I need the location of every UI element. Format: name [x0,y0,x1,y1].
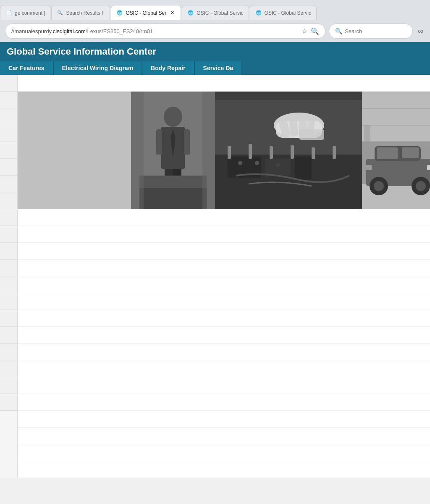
tab-5[interactable]: 🌐 GSIC - Global Servic [250,5,317,20]
nav-car-features[interactable]: Car Features [0,61,54,75]
tab-4-label: GSIC - Global Servic [197,10,243,16]
browser-chrome: 📄 ge comment | 🔍 Search Results f 🌐 GSIC… [0,0,430,42]
tab-1-label: ge comment | [15,10,45,16]
sidebar-row-14 [0,293,17,310]
site-title: Global Service Information Center [7,46,156,57]
address-bar: //manualespurdy.cisdigital.com/Lexus/ES3… [0,20,430,42]
mechanic-svg [131,92,215,209]
page-content: Global Service Information Center Car Fe… [0,42,430,478]
svg-rect-25 [295,157,312,180]
content-row-10 [18,360,430,377]
svg-rect-12 [202,92,215,209]
image-engine [215,92,362,209]
sidebar-row-16 [0,327,17,344]
tab-5-favicon: 🌐 [255,10,262,16]
svg-rect-31 [249,144,252,159]
nav-electrical-wiring[interactable]: Electrical Wiring Diagram [54,61,142,75]
sidebar-row-20 [0,394,17,411]
tab-3-active[interactable]: 🌐 GSIC - Global Ser ✕ [111,5,181,20]
url-text: //manualespurdy.cisdigital.com/Lexus/ES3… [11,28,298,34]
svg-rect-35 [333,146,336,159]
svg-rect-9 [139,176,207,188]
image-car-garage [362,92,430,209]
content-row-13 [18,411,430,428]
sidebar-row-18 [0,360,17,377]
svg-point-2 [164,107,182,127]
svg-rect-7 [156,129,162,155]
sidebar-row-3 [0,108,17,125]
content-row-5 [18,276,430,293]
sidebar-row-8 [0,192,17,209]
content-row-14 [18,428,430,444]
tab-5-label: GSIC - Global Servic [265,10,311,16]
svg-rect-46 [377,147,398,159]
svg-rect-34 [312,147,315,159]
content-row-15 [18,444,430,461]
tab-2-label: Search Results f [66,10,105,16]
sidebar-row-2 [0,92,17,108]
url-path: /Lexus/ES350_ES240/rm01 [86,28,153,34]
sidebar-row-5 [0,142,17,159]
content-row-1 [18,209,430,226]
infinity-button[interactable]: ∞ [416,25,425,37]
svg-rect-24 [265,159,291,176]
content-row-11 [18,377,430,394]
svg-rect-26 [316,161,345,176]
tab-4[interactable]: 🌐 GSIC - Global Servic [182,5,249,20]
tab-3-label: GSIC - Global Ser [126,10,166,16]
nav-body-repair[interactable]: Body Repair [142,61,194,75]
site-header: Global Service Information Center [0,42,430,61]
svg-rect-8 [184,129,190,155]
tab-2-favicon: 🔍 [57,10,63,16]
svg-rect-52 [427,165,430,170]
sidebar-row-13 [0,276,17,293]
tab-1[interactable]: 📄 ge comment | [0,5,50,20]
url-bar[interactable]: //manualespurdy.cisdigital.com/Lexus/ES3… [5,24,325,39]
car-garage-svg [362,92,430,209]
content-row-8 [18,327,430,344]
search-box[interactable]: 🔍 Search [329,24,413,39]
svg-rect-54 [364,125,370,146]
nav-menu: Car Features Electrical Wiring Diagram B… [0,61,430,75]
bookmark-icon[interactable]: ☆ [302,27,307,35]
svg-rect-33 [291,145,294,159]
svg-point-28 [255,161,259,165]
content-row-12 [18,394,430,411]
sidebar-row-15 [0,310,17,327]
sidebar-row-4 [0,125,17,142]
sidebar-row-7 [0,176,17,192]
content-row-7 [18,310,430,327]
content-row-6 [18,293,430,310]
sidebar-row-10 [0,226,17,243]
svg-rect-11 [131,92,144,209]
tab-3-close-icon[interactable]: ✕ [169,10,176,16]
image-mechanic [131,92,215,209]
tab-2[interactable]: 🔍 Search Results f [51,5,110,20]
sidebar-row-1 [0,75,17,92]
search-label: Search [345,28,362,34]
content-row-2 [18,226,430,243]
content-row-4 [18,260,430,276]
svg-point-49 [374,181,384,191]
engine-svg [215,92,362,209]
sidebar-row-9 [0,209,17,226]
svg-rect-47 [402,147,419,158]
svg-rect-53 [365,165,372,170]
tab-1-favicon: 📄 [5,10,12,16]
search-icon: 🔍 [335,28,342,34]
tab-bar: 📄 ge comment | 🔍 Search Results f 🌐 GSIC… [0,0,430,20]
svg-rect-10 [139,188,207,209]
sidebar-row-17 [0,344,17,360]
svg-rect-32 [270,146,273,159]
tab-4-favicon: 🌐 [187,10,194,16]
nav-service-da[interactable]: Service Da [195,61,243,75]
left-sidebar [0,75,18,478]
sidebar-row-6 [0,159,17,176]
svg-rect-36 [215,92,362,100]
content-area [18,75,430,478]
main-layout [0,75,430,478]
svg-point-27 [238,161,242,165]
tab-3-favicon: 🌐 [116,10,123,16]
content-row-9 [18,344,430,360]
svg-point-29 [276,163,280,167]
